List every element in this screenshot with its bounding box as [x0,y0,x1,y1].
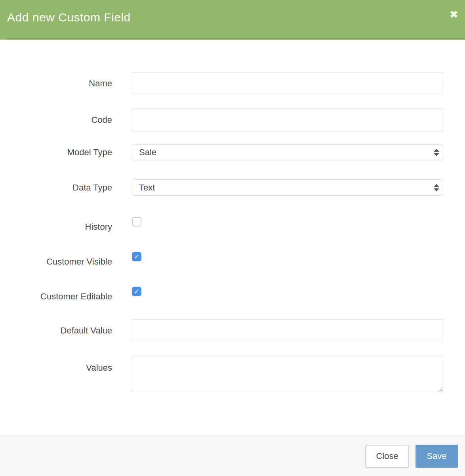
form-row-model-type: Model Type Sale [0,144,465,160]
form-row-customer-visible: Customer Visible ✓ [0,251,465,268]
name-label: Name [0,78,112,89]
history-label: History [0,216,112,233]
close-button[interactable]: Close [365,445,409,468]
modal-body: Name Code Model Type Sale [0,40,465,436]
add-custom-field-modal: Add new Custom Field ✖ Name Code Model T… [0,0,465,476]
form-row-default-value: Default Value [0,319,465,342]
code-input[interactable] [132,109,443,131]
values-label: Values [0,356,112,374]
customer-editable-checkbox[interactable]: ✓ [132,287,141,296]
form-row-code: Code [0,109,465,131]
form-row-history: History ✓ [0,216,465,233]
save-button[interactable]: Save [415,445,458,468]
select-arrows-icon [434,149,439,156]
data-type-label: Data Type [0,182,112,194]
modal-header: Add new Custom Field ✖ [0,0,465,40]
check-icon: ✓ [134,288,139,295]
select-arrows-icon [434,184,439,191]
modal-title: Add new Custom Field [7,10,131,25]
name-input[interactable] [132,72,443,95]
modal-footer: Close Save [0,436,465,476]
data-type-select[interactable]: Text [132,179,443,196]
code-label: Code [0,114,112,126]
values-textarea[interactable] [132,356,443,392]
check-icon: ✓ [134,253,139,260]
history-checkbox[interactable]: ✓ [132,217,141,227]
model-type-selected-value: Sale [139,147,156,158]
model-type-select[interactable]: Sale [132,144,443,160]
default-value-label: Default Value [0,325,112,337]
form-row-values: Values [0,356,465,392]
customer-visible-checkbox[interactable]: ✓ [132,252,141,261]
customer-editable-label: Customer Editable [0,286,112,303]
form-row-name: Name [0,72,465,95]
close-icon[interactable]: ✖ [447,7,461,21]
form-row-data-type: Data Type Text [0,179,465,196]
form-row-customer-editable: Customer Editable ✓ [0,286,465,303]
default-value-input[interactable] [132,319,443,342]
data-type-selected-value: Text [139,183,155,193]
model-type-label: Model Type [0,147,112,158]
customer-visible-label: Customer Visible [0,251,112,268]
